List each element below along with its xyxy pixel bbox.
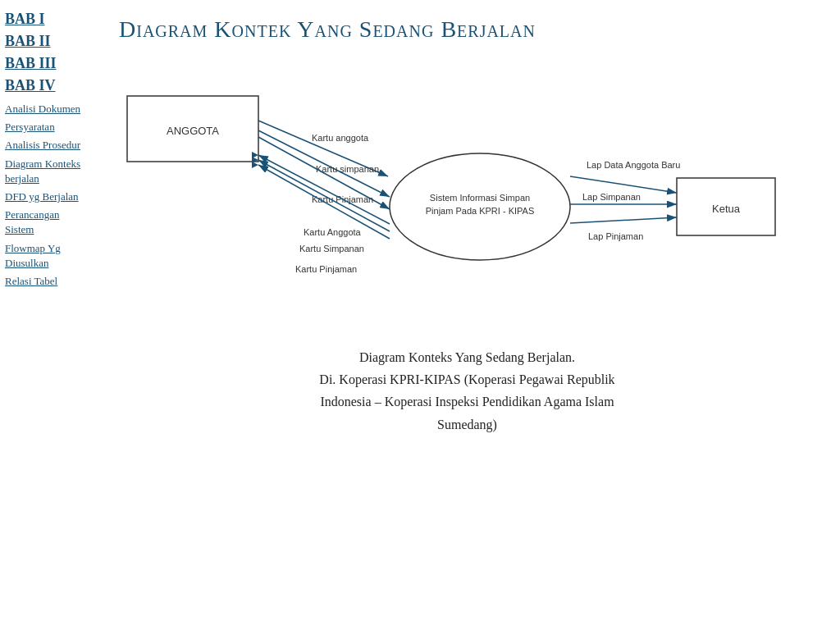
caption-line3: Indonesia – Koperasi Inspeksi Pendidikan… [119,390,815,413]
sidebar-bab-items: BAB I BAB II BAB III BAB IV [5,8,89,97]
sidebar-item-dfd-berjalan[interactable]: DFD yg Berjalan [5,189,89,204]
caption: Diagram Konteks Yang Sedang Berjalan. Di… [119,346,815,436]
svg-text:Lap Data Anggota Baru: Lap Data Anggota Baru [587,160,680,170]
sidebar-item-analisis-prosedur[interactable]: Analisis Prosedur [5,138,89,153]
sidebar-item-bab3[interactable]: BAB III [5,52,89,75]
svg-marker-29 [252,162,258,168]
diagram-area: ANGGOTA Sistem Informasi Simpan Pinjam P… [119,59,808,330]
sidebar: BAB I BAB II BAB III BAB IV Analisi Doku… [0,0,94,630]
svg-text:Kartu Pinjaman: Kartu Pinjaman [295,264,357,274]
svg-text:Kartu Simpanan: Kartu Simpanan [299,244,364,253]
page-title: Diagram Kontek Yang Sedang Berjalan [119,16,815,43]
sidebar-item-diagram-konteks[interactable]: Diagram Konteks berjalan [5,157,89,186]
sidebar-item-perancangan-sistem[interactable]: Perancangan Sistem [5,208,89,237]
svg-text:Lap Simpanan: Lap Simpanan [582,192,641,202]
svg-text:Kartu simpanan: Kartu simpanan [316,164,379,174]
svg-text:Kartu Anggota: Kartu Anggota [304,227,362,237]
sidebar-item-flowmap[interactable]: Flowmap Yg Diusulkan [5,241,89,271]
sidebar-item-analisi-dokumen[interactable]: Analisi Dokumen [5,102,89,116]
sidebar-item-bab4[interactable]: BAB IV [5,75,89,97]
svg-text:Sistem Informasi Simpan: Sistem Informasi Simpan [430,193,530,203]
diagram-svg: ANGGOTA Sistem Informasi Simpan Pinjam P… [119,59,808,330]
sidebar-item-persyaratan[interactable]: Persyaratan [5,120,89,135]
sidebar-item-relasi-tabel[interactable]: Relasi Tabel [5,274,89,289]
svg-text:Pinjam Pada KPRI - KIPAS: Pinjam Pada KPRI - KIPAS [426,206,534,216]
caption-line2: Di. Koperasi KPRI-KIPAS (Koperasi Pegawa… [119,368,815,390]
svg-line-19 [570,176,677,193]
caption-line4: Sumedang) [119,413,815,436]
caption-line1: Diagram Konteks Yang Sedang Berjalan. [119,346,815,368]
sidebar-item-bab2[interactable]: BAB II [5,30,89,52]
svg-text:Kartu anggota: Kartu anggota [312,133,369,143]
svg-text:ANGGOTA: ANGGOTA [167,125,219,137]
main-content: Diagram Kontek Yang Sedang Berjalan ANGG… [94,0,840,630]
svg-line-23 [570,217,677,223]
svg-text:Ketua: Ketua [712,203,741,215]
svg-text:Lap Pinjaman: Lap Pinjaman [588,231,643,241]
sidebar-links: Analisi Dokumen Persyaratan Analisis Pro… [5,102,89,289]
sidebar-item-bab1[interactable]: BAB I [5,8,89,30]
